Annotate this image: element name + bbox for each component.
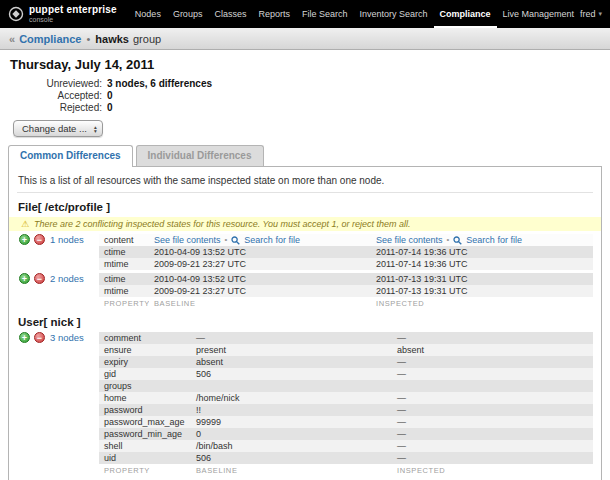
property-name: mtime [99,285,149,297]
inspected-value: — [392,452,593,464]
user-menu[interactable]: fred ▾ [580,9,602,19]
user-menu-label: fred [580,9,596,19]
nav-item-inventory-search[interactable]: Inventory Search [353,0,433,28]
nav-item-nodes[interactable]: Nodes [129,0,167,28]
stat-row: Unreviewed:3 nodes, 6 differences [10,78,602,90]
warning-text: There are 2 conflicting inspected states… [34,219,411,229]
inspected-value: — [392,440,593,452]
property-row: password_max_age99999— [99,416,593,428]
column-footer-property: PROPERTY [99,299,149,308]
column-footer: PROPERTYBASELINEINSPECTED [99,464,593,475]
inspected-value: absent [392,344,593,356]
property-name: mtime [99,258,149,270]
nodes-link[interactable]: 3 nodes [50,332,84,344]
property-row: expiryabsent— [99,356,593,368]
property-name: ctime [99,246,149,258]
nav-item-classes[interactable]: Classes [208,0,252,28]
baseline-value: 99999 [191,416,392,428]
top-menus: fred ▾ Help ▾ [580,9,610,19]
column-footer-baseline: BASELINE [149,299,371,308]
brand-text: puppet enterprise console [29,5,117,23]
property-rows: ctime2010-04-09 13:52 UTC2011-07-13 19:3… [99,273,593,297]
reject-icon[interactable]: − [34,332,45,343]
group-actions: +−2 nodes [17,273,99,297]
panel-intro-text: This is a list of all resources with the… [17,173,593,193]
nav-item-file-search[interactable]: File Search [296,0,354,28]
nav-item-live-management[interactable]: Live Management [497,0,581,28]
baseline-value: /bin/bash [191,440,392,452]
property-row: ctime2010-04-09 13:52 UTC2011-07-14 19:3… [99,246,593,258]
property-row: uid506— [99,452,593,464]
change-date-label: Change date ... [22,123,87,134]
accept-icon[interactable]: + [19,332,30,343]
change-date-button[interactable]: Change date ... ▴▾ [13,120,103,137]
property-row: home/home/nick— [99,392,593,404]
column-footer: PROPERTYBASELINEINSPECTED [99,297,593,308]
reject-icon[interactable]: − [34,234,45,245]
search-icon[interactable] [231,236,240,245]
property-rows: comment——ensurepresentabsentexpiryabsent… [99,332,593,464]
accept-icon[interactable]: + [19,234,30,245]
tab-common-differences[interactable]: Common Differences [8,145,133,167]
see-file-contents-link[interactable]: See file contents [376,234,443,246]
baseline-value [191,380,392,392]
property-name: password_max_age [99,416,191,428]
date-heading: Thursday, July 14, 2011 [10,57,602,72]
baseline-value: 506 [191,452,392,464]
property-row: password!!— [99,404,593,416]
breadcrumb-separator: • [86,33,90,45]
baseline-value: 2010-04-09 13:52 UTC [149,246,371,258]
inspected-value [392,380,593,392]
property-row: shell/bin/bash— [99,440,593,452]
group-actions: +−1 nodes [17,234,99,270]
differences-panel: This is a list of all resources with the… [8,166,602,480]
nodes-link[interactable]: 2 nodes [50,273,84,285]
property-row: contentSee file contents•Search for file… [99,234,593,246]
breadcrumb-compliance-link[interactable]: Compliance [19,33,81,45]
inspected-value: — [392,416,593,428]
property-rows: contentSee file contents•Search for file… [99,234,593,270]
property-row: gid506— [99,368,593,380]
resource-section-user: User[ nick ]+−3 nodescomment——ensurepres… [17,316,593,475]
inspected-value: 2011-07-13 19:31 UTC [371,285,593,297]
stepper-icon: ▴▾ [94,125,97,133]
baseline-value: 2009-09-21 23:27 UTC [149,258,371,270]
back-arrow-icon[interactable]: « [9,33,15,45]
column-footer-baseline: BASELINE [191,466,392,475]
main-content: Thursday, July 14, 2011 Unreviewed:3 nod… [0,50,610,480]
resource-title: User[ nick ] [18,316,593,328]
group-actions: +−3 nodes [17,332,99,464]
accept-icon[interactable]: + [19,273,30,284]
inspected-value: 2011-07-14 19:36 UTC [371,258,593,270]
stat-row: Rejected:0 [10,102,602,114]
search-for-file-link[interactable]: Search for file [466,234,522,246]
nav-item-compliance[interactable]: Compliance [434,0,497,28]
property-row: password_min_age0— [99,428,593,440]
file-links: See file contents•Search for file [154,234,300,246]
inspected-value: — [392,428,593,440]
warning-icon: ⚠ [21,219,29,229]
nav-item-reports[interactable]: Reports [252,0,296,28]
conflict-warning: ⚠There are 2 conflicting inspected state… [9,217,601,231]
baseline-value: 0 [191,428,392,440]
search-icon[interactable] [453,236,462,245]
brand-name: puppet enterprise [29,5,117,15]
nodes-link[interactable]: 1 nodes [50,234,84,246]
tab-individual-differences[interactable]: Individual Differences [136,145,264,166]
inspected-value: — [392,392,593,404]
property-name: gid [99,368,191,380]
breadcrumb-group-name: hawks [95,33,129,45]
sections: File[ /etc/profile ]⚠There are 2 conflic… [17,201,593,475]
property-name: ctime [99,273,149,285]
see-file-contents-link[interactable]: See file contents [154,234,221,246]
baseline-value: 2009-09-21 23:27 UTC [149,285,371,297]
puppet-logo [8,6,24,22]
resource-title: File[ /etc/profile ] [18,201,593,213]
nav-item-groups[interactable]: Groups [167,0,209,28]
stat-label: Accepted: [10,90,102,102]
breadcrumb-group-suffix: group [133,33,161,45]
search-for-file-link[interactable]: Search for file [244,234,300,246]
file-links: See file contents•Search for file [376,234,522,246]
inspected-value: 2011-07-14 19:36 UTC [371,246,593,258]
reject-icon[interactable]: − [34,273,45,284]
